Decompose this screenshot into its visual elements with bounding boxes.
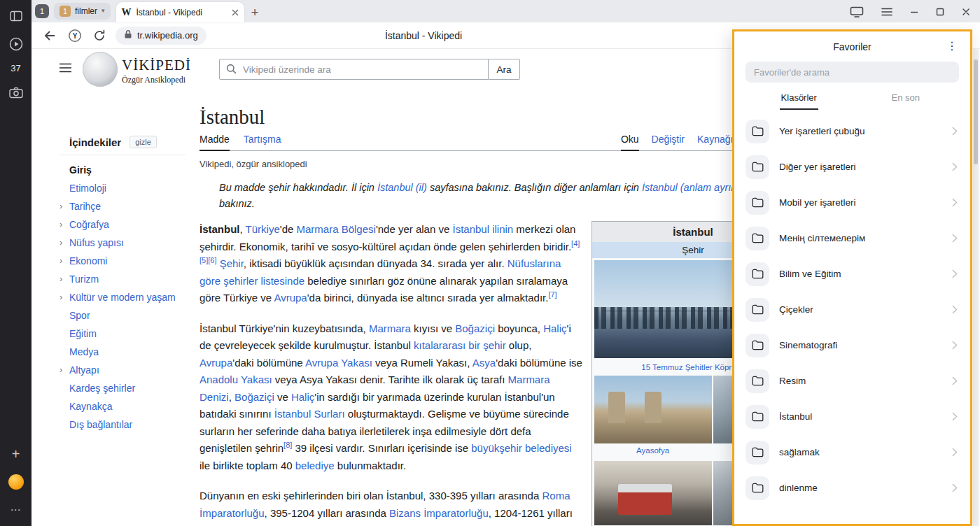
view-tab[interactable]: Oku bbox=[621, 134, 639, 151]
folder-label: Mobil yer işaretleri bbox=[779, 197, 952, 208]
more-options-icon[interactable]: ⋯ bbox=[7, 501, 25, 519]
namespace-tab[interactable]: Madde bbox=[200, 134, 230, 151]
infobox-tram-image[interactable] bbox=[594, 461, 712, 525]
namespace-tab[interactable]: Tartışma bbox=[244, 134, 281, 150]
wiki-menu-icon[interactable] bbox=[59, 63, 72, 76]
wiki-link[interactable]: Türkiye bbox=[246, 223, 280, 235]
infobox-ayasofya-image[interactable] bbox=[594, 376, 712, 443]
wiki-link[interactable]: büyükşehir belediyesi bbox=[471, 442, 571, 454]
favorites-tab[interactable]: Klasörler bbox=[746, 84, 853, 110]
wiki-link[interactable]: Boğaziçi bbox=[234, 391, 274, 403]
folder-item[interactable]: Bilim ve Eğitim bbox=[746, 256, 959, 292]
toc-item-link[interactable]: Nüfus yapısı bbox=[69, 237, 124, 248]
folder-item[interactable]: dinlenme bbox=[746, 470, 959, 506]
folder-icon bbox=[746, 155, 769, 179]
folder-item[interactable]: Mobil yer işaretleri bbox=[746, 185, 959, 220]
folder-item[interactable]: Resim bbox=[746, 363, 959, 399]
toc-item-link[interactable]: Tarihçe bbox=[69, 201, 101, 212]
active-tab[interactable]: W İstanbul - Vikipedi bbox=[116, 2, 244, 22]
toc-expand-icon[interactable]: › bbox=[59, 288, 68, 306]
add-panel-icon[interactable]: + bbox=[7, 445, 25, 463]
wikipedia-logo[interactable] bbox=[83, 52, 118, 87]
reference-link[interactable]: [7] bbox=[548, 290, 556, 299]
toc-expand-icon[interactable]: › bbox=[59, 215, 68, 234]
toc-item-link[interactable]: Kaynakça bbox=[69, 401, 112, 412]
refresh-icon[interactable] bbox=[93, 29, 106, 42]
screenshot-camera-icon[interactable] bbox=[7, 83, 25, 101]
wiki-link[interactable]: Bizans İmparatorluğu bbox=[389, 507, 489, 519]
window-close-icon[interactable] bbox=[962, 8, 970, 16]
favorites-search-input[interactable] bbox=[746, 62, 959, 83]
wiki-link[interactable]: Asya bbox=[472, 357, 496, 369]
toc-item: › Ekonomi bbox=[59, 252, 186, 270]
folder-item[interactable]: sağlamak bbox=[746, 434, 959, 470]
view-tab[interactable]: Değiştir bbox=[652, 134, 685, 150]
tab-count-badge[interactable]: 37 bbox=[10, 63, 20, 73]
folder-item[interactable]: İstanbul bbox=[746, 399, 959, 434]
wiki-link[interactable]: Avrupa bbox=[274, 292, 307, 304]
yandex-assistant-icon[interactable] bbox=[7, 473, 25, 491]
tab-bar: 1 1 filmler ▾ W İstanbul - Vikipedi + bbox=[31, 0, 980, 22]
toc-item-link[interactable]: Spor bbox=[69, 310, 90, 321]
wikipedia-wordmark[interactable]: VİKİPEDİ Özgür Ansiklopedi bbox=[122, 57, 191, 85]
toc-item-link[interactable]: Medya bbox=[69, 346, 99, 357]
wiki-link[interactable]: Şehir bbox=[220, 257, 244, 269]
wiki-link[interactable]: Marmara bbox=[369, 322, 411, 334]
wiki-link[interactable]: Haliç bbox=[291, 391, 314, 403]
wiki-link[interactable]: İstanbul (il) bbox=[377, 182, 427, 193]
toc-item-link[interactable]: Eğitim bbox=[69, 328, 97, 339]
toc-expand-icon[interactable]: › bbox=[59, 197, 68, 215]
reference-link[interactable]: [8] bbox=[284, 441, 292, 449]
video-play-icon[interactable] bbox=[7, 35, 25, 53]
toc-item-link[interactable]: Etimoloji bbox=[69, 183, 106, 194]
wiki-link[interactable]: Avrupa bbox=[200, 357, 232, 369]
toc-expand-icon[interactable]: › bbox=[59, 361, 68, 379]
wiki-link[interactable]: Boğaziçi bbox=[455, 322, 495, 334]
folder-item[interactable]: Diğer yer işaretleri bbox=[746, 149, 959, 185]
wiki-search-button[interactable]: Ara bbox=[489, 59, 520, 80]
toc-expand-icon[interactable]: › bbox=[59, 270, 68, 288]
wiki-link[interactable]: kıtalararası bir şehir bbox=[414, 339, 506, 351]
window-maximize-icon[interactable] bbox=[936, 8, 944, 16]
wiki-search-input[interactable] bbox=[219, 59, 489, 80]
devices-panel-icon[interactable] bbox=[850, 6, 864, 17]
toc-item-link[interactable]: Giriş bbox=[69, 164, 92, 176]
toc-item-link[interactable]: Kardeş şehirler bbox=[69, 383, 135, 394]
new-tab-button[interactable]: + bbox=[251, 6, 259, 19]
folder-item[interactable]: Çiçekler bbox=[746, 292, 959, 327]
browser-menu-icon[interactable] bbox=[881, 8, 892, 16]
wiki-link[interactable]: belediye bbox=[295, 460, 335, 471]
wiki-link[interactable]: Marmara Bölgesi bbox=[297, 223, 376, 235]
folder-item[interactable]: Yer işaretleri çubuğu bbox=[746, 113, 959, 149]
toc-item-link[interactable]: Ekonomi bbox=[69, 255, 107, 266]
page-scrollbar[interactable] bbox=[973, 49, 979, 526]
toc-expand-icon[interactable]: › bbox=[59, 234, 68, 252]
scrollbar-thumb[interactable] bbox=[974, 59, 978, 164]
url-chip[interactable]: tr.wikipedia.org bbox=[115, 27, 206, 45]
window-minimize-icon[interactable] bbox=[910, 8, 918, 16]
toc-item-link[interactable]: Turizm bbox=[69, 273, 99, 285]
kebab-menu-icon[interactable]: ⋮ bbox=[944, 39, 960, 53]
toc-hide-button[interactable]: gizle bbox=[130, 136, 157, 148]
wiki-link[interactable]: İstanbul Surları bbox=[274, 408, 345, 420]
toc-item-link[interactable]: Kültür ve modern yaşam bbox=[69, 292, 176, 303]
favorites-tab[interactable]: En son bbox=[853, 84, 960, 110]
tab-close-icon[interactable] bbox=[232, 6, 239, 19]
wiki-link[interactable]: Haliç bbox=[543, 322, 566, 334]
infobox-caption[interactable]: Ayasofya bbox=[594, 443, 711, 459]
wiki-link[interactable]: Anadolu Yakası bbox=[200, 374, 272, 385]
toc-expand-icon[interactable]: › bbox=[59, 252, 68, 270]
wiki-link[interactable]: İstanbul ilinin bbox=[452, 223, 513, 235]
toc-item-link[interactable]: Altyapı bbox=[69, 364, 99, 376]
toc-item-link[interactable]: Coğrafya bbox=[69, 219, 109, 230]
folder-item[interactable]: Менің сілтемелерім bbox=[746, 220, 959, 256]
sidebar-toggle-icon[interactable] bbox=[7, 7, 25, 25]
tab-group-filmler[interactable]: 1 filmler ▾ bbox=[54, 3, 111, 20]
folder-item[interactable]: Sinematografi bbox=[746, 327, 959, 363]
toc-item-link[interactable]: Dış bağlantılar bbox=[69, 419, 132, 430]
wiki-link[interactable]: İstanbul (anlam ayrımı) bbox=[642, 182, 746, 193]
back-icon[interactable] bbox=[43, 29, 57, 42]
yandex-icon[interactable]: Y bbox=[68, 29, 82, 43]
wiki-link[interactable]: Avrupa Yakası bbox=[305, 357, 372, 369]
tab-group-collapsed-badge[interactable]: 1 bbox=[35, 4, 49, 18]
